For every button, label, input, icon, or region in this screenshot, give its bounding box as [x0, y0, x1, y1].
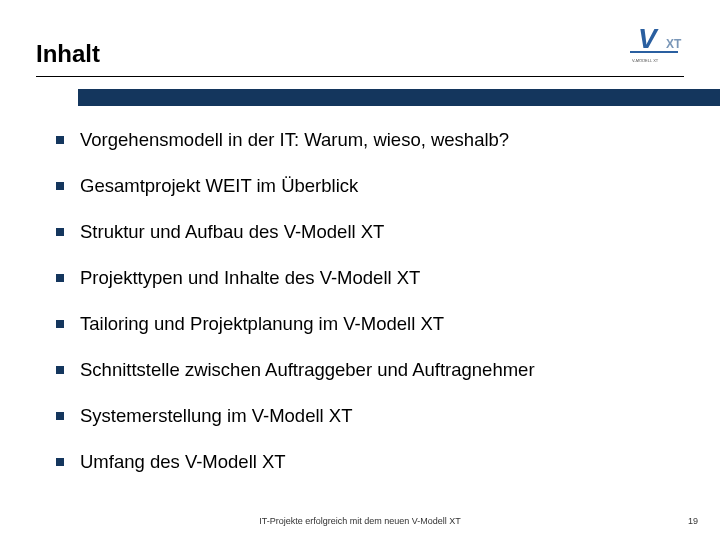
list-item-text: Tailoring und Projektplanung im V-Modell… [80, 312, 444, 336]
list-item: Systemerstellung im V-Modell XT [56, 404, 690, 428]
list-item: Struktur und Aufbau des V-Modell XT [56, 220, 690, 244]
footer-text: IT-Projekte erfolgreich mit dem neuen V-… [0, 516, 720, 526]
page-number: 19 [688, 516, 698, 526]
list-item-text: Projekttypen und Inhalte des V-Modell XT [80, 266, 420, 290]
slide-title: Inhalt [36, 40, 100, 68]
list-item: Gesamtprojekt WEIT im Überblick [56, 174, 690, 198]
list-item: Projekttypen und Inhalte des V-Modell XT [56, 266, 690, 290]
list-item: Tailoring und Projektplanung im V-Modell… [56, 312, 690, 336]
square-bullet-icon [56, 182, 64, 190]
list-item: Vorgehensmodell in der IT: Warum, wieso,… [56, 128, 690, 152]
accent-bar [78, 89, 720, 106]
logo-xt: XT [666, 37, 682, 51]
vmodell-logo: V XT V-MODELL XT [628, 22, 698, 68]
list-item-text: Vorgehensmodell in der IT: Warum, wieso,… [80, 128, 509, 152]
slide: Inhalt V XT V-MODELL XT Vorgehensmodell … [0, 0, 720, 540]
list-item: Umfang des V-Modell XT [56, 450, 690, 474]
list-item-text: Struktur und Aufbau des V-Modell XT [80, 220, 384, 244]
list-item-text: Umfang des V-Modell XT [80, 450, 286, 474]
title-underline [36, 76, 684, 77]
list-item-text: Gesamtprojekt WEIT im Überblick [80, 174, 358, 198]
square-bullet-icon [56, 228, 64, 236]
square-bullet-icon [56, 412, 64, 420]
square-bullet-icon [56, 366, 64, 374]
square-bullet-icon [56, 274, 64, 282]
square-bullet-icon [56, 458, 64, 466]
square-bullet-icon [56, 320, 64, 328]
logo-caption: V-MODELL XT [632, 58, 659, 63]
square-bullet-icon [56, 136, 64, 144]
list-item-text: Schnittstelle zwischen Auftraggeber und … [80, 358, 535, 382]
list-item-text: Systemerstellung im V-Modell XT [80, 404, 352, 428]
bullet-list: Vorgehensmodell in der IT: Warum, wieso,… [56, 128, 690, 496]
list-item: Schnittstelle zwischen Auftraggeber und … [56, 358, 690, 382]
logo-v-letter: V [638, 23, 659, 54]
